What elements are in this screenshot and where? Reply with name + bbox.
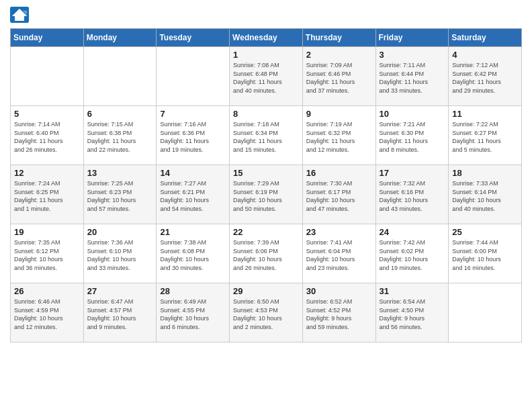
cell-info: Sunrise: 7:19 AM Sunset: 6:32 PM Dayligh… bbox=[306, 120, 372, 154]
logo-icon bbox=[10, 7, 29, 23]
weekday-header-friday: Friday bbox=[375, 29, 449, 47]
cell-info: Sunrise: 7:39 AM Sunset: 6:06 PM Dayligh… bbox=[233, 238, 299, 272]
calendar-cell: 15Sunrise: 7:29 AM Sunset: 6:19 PM Dayli… bbox=[230, 165, 303, 224]
day-number: 14 bbox=[160, 168, 226, 178]
calendar-week-row: 26Sunrise: 6:46 AM Sunset: 4:59 PM Dayli… bbox=[11, 283, 522, 342]
calendar-cell: 17Sunrise: 7:32 AM Sunset: 6:16 PM Dayli… bbox=[375, 165, 449, 224]
day-number: 27 bbox=[87, 286, 153, 296]
day-number: 17 bbox=[380, 168, 445, 178]
cell-info: Sunrise: 7:33 AM Sunset: 6:14 PM Dayligh… bbox=[452, 179, 518, 213]
cell-info: Sunrise: 7:41 AM Sunset: 6:04 PM Dayligh… bbox=[306, 238, 372, 272]
calendar-cell: 30Sunrise: 6:52 AM Sunset: 4:52 PM Dayli… bbox=[302, 283, 375, 342]
weekday-header-wednesday: Wednesday bbox=[230, 29, 303, 47]
cell-info: Sunrise: 6:46 AM Sunset: 4:59 PM Dayligh… bbox=[14, 298, 80, 331]
day-number: 1 bbox=[233, 50, 299, 60]
calendar-cell: 3Sunrise: 7:11 AM Sunset: 6:44 PM Daylig… bbox=[375, 47, 449, 106]
cell-info: Sunrise: 7:11 AM Sunset: 6:44 PM Dayligh… bbox=[380, 61, 445, 95]
day-number: 26 bbox=[14, 286, 80, 296]
calendar-cell: 4Sunrise: 7:12 AM Sunset: 6:42 PM Daylig… bbox=[449, 47, 522, 106]
cell-info: Sunrise: 6:49 AM Sunset: 4:55 PM Dayligh… bbox=[160, 298, 226, 331]
day-number: 7 bbox=[160, 109, 226, 119]
cell-info: Sunrise: 7:36 AM Sunset: 6:10 PM Dayligh… bbox=[87, 238, 153, 272]
weekday-header-tuesday: Tuesday bbox=[157, 29, 230, 47]
day-number: 20 bbox=[87, 227, 153, 237]
cell-info: Sunrise: 7:21 AM Sunset: 6:30 PM Dayligh… bbox=[380, 120, 445, 154]
day-number: 30 bbox=[306, 286, 372, 296]
calendar-cell bbox=[83, 47, 157, 106]
calendar-cell: 9Sunrise: 7:19 AM Sunset: 6:32 PM Daylig… bbox=[302, 106, 375, 165]
cell-info: Sunrise: 6:52 AM Sunset: 4:52 PM Dayligh… bbox=[306, 298, 372, 331]
weekday-header-thursday: Thursday bbox=[302, 29, 375, 47]
calendar-cell: 19Sunrise: 7:35 AM Sunset: 6:12 PM Dayli… bbox=[11, 224, 84, 283]
cell-info: Sunrise: 7:30 AM Sunset: 6:17 PM Dayligh… bbox=[306, 179, 372, 213]
calendar-cell: 22Sunrise: 7:39 AM Sunset: 6:06 PM Dayli… bbox=[230, 224, 303, 283]
cell-info: Sunrise: 7:24 AM Sunset: 6:25 PM Dayligh… bbox=[14, 179, 80, 213]
weekday-header-sunday: Sunday bbox=[11, 29, 84, 47]
calendar-cell: 10Sunrise: 7:21 AM Sunset: 6:30 PM Dayli… bbox=[375, 106, 449, 165]
weekday-header-row: SundayMondayTuesdayWednesdayThursdayFrid… bbox=[11, 29, 522, 47]
day-number: 6 bbox=[87, 109, 153, 119]
day-number: 13 bbox=[87, 168, 153, 178]
day-number: 24 bbox=[380, 227, 445, 237]
day-number: 22 bbox=[233, 227, 299, 237]
calendar-cell: 25Sunrise: 7:44 AM Sunset: 6:00 PM Dayli… bbox=[449, 224, 522, 283]
cell-info: Sunrise: 7:27 AM Sunset: 6:21 PM Dayligh… bbox=[160, 179, 226, 213]
day-number: 12 bbox=[14, 168, 80, 178]
cell-info: Sunrise: 7:18 AM Sunset: 6:34 PM Dayligh… bbox=[233, 120, 299, 154]
logo bbox=[10, 7, 32, 23]
cell-info: Sunrise: 7:42 AM Sunset: 6:02 PM Dayligh… bbox=[380, 238, 445, 272]
day-number: 29 bbox=[233, 286, 299, 296]
day-number: 11 bbox=[452, 109, 518, 119]
calendar-cell: 21Sunrise: 7:38 AM Sunset: 6:08 PM Dayli… bbox=[157, 224, 230, 283]
day-number: 25 bbox=[452, 227, 518, 237]
cell-info: Sunrise: 7:12 AM Sunset: 6:42 PM Dayligh… bbox=[452, 61, 518, 95]
calendar-cell: 27Sunrise: 6:47 AM Sunset: 4:57 PM Dayli… bbox=[83, 283, 157, 342]
cell-info: Sunrise: 7:32 AM Sunset: 6:16 PM Dayligh… bbox=[380, 179, 445, 213]
cell-info: Sunrise: 7:14 AM Sunset: 6:40 PM Dayligh… bbox=[14, 120, 80, 154]
cell-info: Sunrise: 7:09 AM Sunset: 6:46 PM Dayligh… bbox=[306, 61, 372, 95]
day-number: 28 bbox=[160, 286, 226, 296]
day-number: 15 bbox=[233, 168, 299, 178]
day-number: 31 bbox=[380, 286, 445, 296]
calendar-cell: 12Sunrise: 7:24 AM Sunset: 6:25 PM Dayli… bbox=[11, 165, 84, 224]
day-number: 5 bbox=[14, 109, 80, 119]
calendar-week-row: 19Sunrise: 7:35 AM Sunset: 6:12 PM Dayli… bbox=[11, 224, 522, 283]
calendar-cell: 20Sunrise: 7:36 AM Sunset: 6:10 PM Dayli… bbox=[83, 224, 157, 283]
cell-info: Sunrise: 7:35 AM Sunset: 6:12 PM Dayligh… bbox=[14, 238, 80, 272]
cell-info: Sunrise: 7:16 AM Sunset: 6:36 PM Dayligh… bbox=[160, 120, 226, 154]
day-number: 18 bbox=[452, 168, 518, 178]
cell-info: Sunrise: 7:22 AM Sunset: 6:27 PM Dayligh… bbox=[452, 120, 518, 154]
calendar-cell: 14Sunrise: 7:27 AM Sunset: 6:21 PM Dayli… bbox=[157, 165, 230, 224]
calendar-cell: 7Sunrise: 7:16 AM Sunset: 6:36 PM Daylig… bbox=[157, 106, 230, 165]
calendar-cell: 16Sunrise: 7:30 AM Sunset: 6:17 PM Dayli… bbox=[302, 165, 375, 224]
cell-info: Sunrise: 6:54 AM Sunset: 4:50 PM Dayligh… bbox=[380, 298, 445, 331]
calendar-cell bbox=[11, 47, 84, 106]
day-number: 9 bbox=[306, 109, 372, 119]
day-number: 2 bbox=[306, 50, 372, 60]
calendar-cell: 13Sunrise: 7:25 AM Sunset: 6:23 PM Dayli… bbox=[83, 165, 157, 224]
calendar-cell: 23Sunrise: 7:41 AM Sunset: 6:04 PM Dayli… bbox=[302, 224, 375, 283]
cell-info: Sunrise: 7:38 AM Sunset: 6:08 PM Dayligh… bbox=[160, 238, 226, 272]
cell-info: Sunrise: 7:08 AM Sunset: 6:48 PM Dayligh… bbox=[233, 61, 299, 95]
cell-info: Sunrise: 7:29 AM Sunset: 6:19 PM Dayligh… bbox=[233, 179, 299, 213]
cell-info: Sunrise: 7:25 AM Sunset: 6:23 PM Dayligh… bbox=[87, 179, 153, 213]
calendar-cell: 11Sunrise: 7:22 AM Sunset: 6:27 PM Dayli… bbox=[449, 106, 522, 165]
day-number: 19 bbox=[14, 227, 80, 237]
calendar-week-row: 1Sunrise: 7:08 AM Sunset: 6:48 PM Daylig… bbox=[11, 47, 522, 106]
calendar-cell: 31Sunrise: 6:54 AM Sunset: 4:50 PM Dayli… bbox=[375, 283, 449, 342]
calendar-cell bbox=[449, 283, 522, 342]
page-header bbox=[10, 7, 522, 23]
calendar-cell: 1Sunrise: 7:08 AM Sunset: 6:48 PM Daylig… bbox=[230, 47, 303, 106]
day-number: 16 bbox=[306, 168, 372, 178]
calendar-cell: 18Sunrise: 7:33 AM Sunset: 6:14 PM Dayli… bbox=[449, 165, 522, 224]
day-number: 3 bbox=[380, 50, 445, 60]
day-number: 8 bbox=[233, 109, 299, 119]
calendar-table: SundayMondayTuesdayWednesdayThursdayFrid… bbox=[10, 28, 522, 342]
calendar-cell: 6Sunrise: 7:15 AM Sunset: 6:38 PM Daylig… bbox=[83, 106, 157, 165]
calendar-cell: 26Sunrise: 6:46 AM Sunset: 4:59 PM Dayli… bbox=[11, 283, 84, 342]
day-number: 4 bbox=[452, 50, 518, 60]
cell-info: Sunrise: 6:47 AM Sunset: 4:57 PM Dayligh… bbox=[87, 298, 153, 331]
calendar-cell: 24Sunrise: 7:42 AM Sunset: 6:02 PM Dayli… bbox=[375, 224, 449, 283]
calendar-cell: 29Sunrise: 6:50 AM Sunset: 4:53 PM Dayli… bbox=[230, 283, 303, 342]
day-number: 23 bbox=[306, 227, 372, 237]
